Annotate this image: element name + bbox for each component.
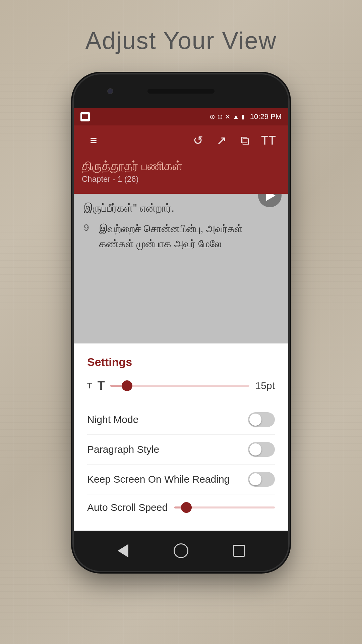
- phone-speaker: [147, 89, 215, 94]
- paragraph-style-row: Paragraph Style: [87, 435, 275, 465]
- back-button[interactable]: [113, 541, 133, 561]
- phone-bottom-bezel: [74, 531, 288, 571]
- chapter-header: திருத்தூதர் பணிகள் Chapter - 1 (26): [74, 156, 288, 194]
- paragraph-style-label: Paragraph Style: [87, 444, 159, 455]
- home-button[interactable]: [171, 541, 191, 561]
- status-left: [80, 112, 90, 121]
- night-mode-label: Night Mode: [87, 414, 138, 425]
- app-icon: [80, 112, 90, 121]
- play-icon: [266, 194, 276, 201]
- auto-scroll-slider-thumb[interactable]: [181, 502, 192, 513]
- app-toolbar: ≡ ↺ ↗ ⧉ TT: [74, 125, 288, 156]
- keep-screen-on-row: Keep Screen On While Reading: [87, 465, 275, 494]
- reading-line-1: இருப்பீர்கள்" என்றார்.: [84, 201, 278, 216]
- verse-row: 9 இவற்றைச் சொன்னபின்பு, அவர்கள் கண்கள் ம…: [84, 221, 278, 251]
- recent-button[interactable]: [229, 541, 249, 561]
- font-size-slider-thumb[interactable]: [122, 380, 132, 391]
- phone-top-bezel: [74, 74, 288, 108]
- signal-icon: ▲: [233, 113, 239, 121]
- auto-scroll-label: Auto Scroll Speed: [87, 502, 168, 513]
- page-title: Adjust Your View: [85, 27, 277, 54]
- home-icon: [174, 543, 188, 558]
- reading-area[interactable]: இருப்பீர்கள்" என்றார். 9 இவற்றைச் சொன்னப…: [74, 194, 288, 343]
- font-size-row: T T 15pt: [87, 379, 275, 393]
- font-size-slider[interactable]: [110, 385, 249, 387]
- history-button[interactable]: ↺: [186, 133, 210, 148]
- status-bar: ⊕ ⊖ ✕ ▲ ▮ 10:29 PM: [74, 108, 288, 125]
- settings-panel: Settings T T 15pt Night Mode Par: [74, 343, 288, 531]
- chapter-title: திருத்தூதர் பணிகள்: [82, 159, 280, 173]
- phone-frame: ⊕ ⊖ ✕ ▲ ▮ 10:29 PM ≡ ↺ ↗ ⧉ TT திருத்தூதர…: [74, 74, 288, 571]
- reading-content: இருப்பீர்கள்" என்றார். 9 இவற்றைச் சொன்னப…: [74, 194, 288, 258]
- recent-icon: [233, 545, 245, 557]
- signal-x-icon: ✕: [225, 113, 231, 121]
- status-right: ⊕ ⊖ ✕ ▲ ▮ 10:29 PM: [209, 112, 282, 121]
- battery-icon: ▮: [241, 113, 245, 120]
- status-icons: ⊕ ⊖ ✕ ▲ ▮: [209, 113, 245, 121]
- phone-camera: [107, 88, 113, 94]
- verse-number: 9: [84, 221, 94, 251]
- paragraph-style-toggle[interactable]: [248, 442, 275, 457]
- menu-button[interactable]: ≡: [82, 133, 105, 148]
- keep-screen-on-toggle[interactable]: [248, 472, 275, 487]
- font-button[interactable]: TT: [257, 133, 280, 148]
- chapter-subtitle: Chapter - 1 (26): [82, 174, 280, 184]
- night-mode-toggle[interactable]: [248, 412, 275, 427]
- font-small-icon: T: [87, 381, 92, 390]
- phone-screen: ⊕ ⊖ ✕ ▲ ▮ 10:29 PM ≡ ↺ ↗ ⧉ TT திருத்தூதர…: [74, 108, 288, 531]
- font-large-icon: T: [98, 379, 105, 393]
- verse-text: இவற்றைச் சொன்னபின்பு, அவர்கள் கண்கள் முன…: [99, 221, 278, 251]
- zoom-out-icon: ⊖: [217, 113, 223, 121]
- zoom-in-icon: ⊕: [209, 113, 215, 121]
- auto-scroll-slider[interactable]: [174, 506, 275, 508]
- copy-button[interactable]: ⧉: [233, 133, 257, 148]
- font-size-value: 15pt: [255, 380, 275, 391]
- night-mode-row: Night Mode: [87, 405, 275, 435]
- paragraph-style-toggle-knob: [249, 443, 261, 455]
- back-icon: [118, 544, 128, 557]
- keep-screen-on-toggle-knob: [249, 473, 261, 485]
- keep-screen-on-label: Keep Screen On While Reading: [87, 474, 230, 485]
- share-button[interactable]: ↗: [210, 133, 233, 148]
- auto-scroll-row: Auto Scroll Speed: [87, 494, 275, 521]
- settings-title: Settings: [87, 356, 275, 369]
- status-time: 10:29 PM: [250, 112, 282, 121]
- night-mode-toggle-knob: [249, 414, 261, 426]
- app-icon-inner: [82, 114, 88, 119]
